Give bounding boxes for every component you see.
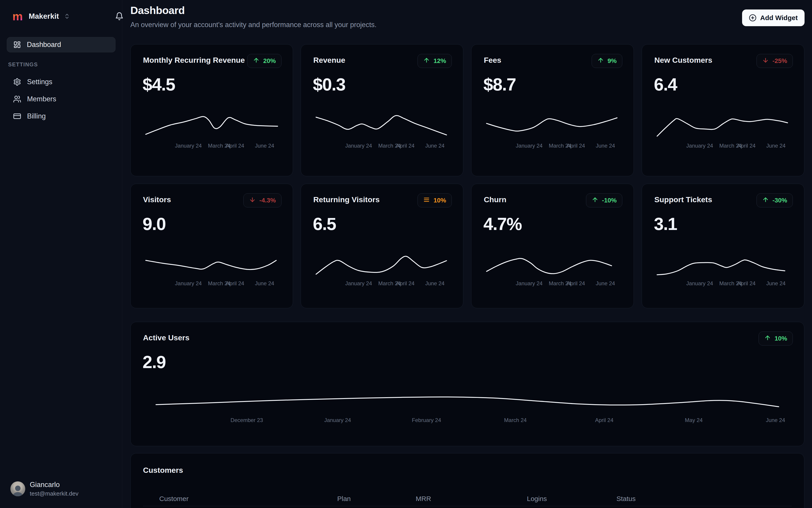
trend-badge: -25% <box>757 54 793 68</box>
axis-label: April 24 <box>737 280 755 287</box>
axis-label: May 24 <box>685 417 703 423</box>
credit-card-icon <box>13 112 21 120</box>
workspace-name: Makerkit <box>29 12 59 20</box>
trend-badge: 12% <box>417 54 452 68</box>
axis-label: January 24 <box>345 143 372 149</box>
add-widget-button[interactable]: Add Widget <box>742 9 805 26</box>
user-profile[interactable]: Giancarlo test@makerkit.dev <box>10 480 115 498</box>
metric-card-fees: Fees 9% $8.7 January 24March 24April 24J… <box>471 44 634 176</box>
trend-badge: 10% <box>417 194 452 207</box>
user-name: Giancarlo <box>30 481 79 489</box>
x-axis-labels: January 24March 24April 24June 24 <box>655 280 792 288</box>
sparkline-chart: January 24March 24April 24June 24 <box>143 249 280 278</box>
metric-card-active-users: Active Users 10% 2.9 December 23January … <box>130 322 804 446</box>
sparkline-chart: January 24March 24April 24June 24 <box>313 249 451 278</box>
axis-label: June 24 <box>596 143 615 149</box>
menu-icon <box>423 196 430 205</box>
card-title: Visitors <box>143 195 171 204</box>
axis-label: January 24 <box>516 280 543 287</box>
chevrons-up-down-icon <box>64 13 70 19</box>
trend-badge: -4.3% <box>243 194 281 207</box>
arrow-down-icon <box>249 196 256 205</box>
axis-label: January 24 <box>686 143 713 149</box>
customers-table-header: Customer Plan MRR Logins Status <box>143 491 792 506</box>
arrow-up-icon <box>423 57 430 65</box>
axis-label: January 24 <box>686 280 713 287</box>
card-title: New Customers <box>655 56 712 65</box>
page-subtitle: An overview of your account's activity a… <box>130 21 376 29</box>
column-header-plan: Plan <box>337 495 416 503</box>
x-axis-labels: January 24March 24April 24June 24 <box>655 143 792 150</box>
customers-card: Customers Customer Plan MRR Logins Statu… <box>130 453 804 508</box>
x-axis-labels: December 23January 24February 24March 24… <box>143 417 792 424</box>
sidebar-item-label: Dashboard <box>27 41 61 49</box>
x-axis-labels: January 24March 24April 24June 24 <box>313 143 451 150</box>
column-header-customer: Customer <box>159 495 337 503</box>
metric-value: 6.5 <box>313 214 336 234</box>
metric-value: 6.4 <box>654 74 677 95</box>
arrow-up-icon <box>597 57 604 65</box>
sparkline-chart: January 24March 24April 24June 24 <box>484 249 621 278</box>
sparkline-chart: January 24March 24April 24June 24 <box>484 109 621 140</box>
metric-card-revenue: Revenue 12% $0.3 January 24March 24April… <box>301 44 463 176</box>
arrow-up-icon <box>762 196 769 205</box>
sidebar-item-dashboard[interactable]: Dashboard <box>7 37 116 52</box>
card-title: Active Users <box>143 333 189 342</box>
sidebar: m Makerkit Dashboard SETTINGS Settings <box>0 0 122 508</box>
axis-label: April 24 <box>396 280 414 287</box>
page-title: Dashboard <box>130 4 185 16</box>
axis-label: June 24 <box>255 280 274 287</box>
sparkline-chart: January 24March 24April 24June 24 <box>143 109 280 140</box>
metric-value: 4.7% <box>483 214 522 234</box>
metric-value: 2.9 <box>142 352 166 372</box>
axis-label: December 23 <box>230 417 263 423</box>
trend-badge: -10% <box>586 194 622 207</box>
axis-label: June 24 <box>766 417 785 423</box>
sidebar-item-label: Settings <box>27 78 52 86</box>
sidebar-item-billing[interactable]: Billing <box>7 110 116 123</box>
layout-dashboard-icon <box>13 41 21 48</box>
axis-label: January 24 <box>324 417 351 423</box>
axis-label: April 24 <box>226 280 244 287</box>
makerkit-logo-icon: m <box>12 10 23 22</box>
sparkline-chart: January 24March 24April 24June 24 <box>313 109 451 140</box>
axis-label: April 24 <box>595 417 613 423</box>
gear-icon <box>13 78 21 86</box>
axis-label: April 24 <box>567 280 585 287</box>
x-axis-labels: January 24March 24April 24June 24 <box>143 143 280 150</box>
axis-label: June 24 <box>596 280 615 287</box>
axis-label: June 24 <box>425 280 444 287</box>
card-title: Fees <box>484 56 501 65</box>
workspace-selector[interactable]: m Makerkit <box>12 9 113 24</box>
metric-card-new-customers: New Customers -25% 6.4 January 24March 2… <box>642 44 804 176</box>
x-axis-labels: January 24March 24April 24June 24 <box>484 280 621 288</box>
sidebar-item-members[interactable]: Members <box>7 92 116 105</box>
x-axis-labels: January 24March 24April 24June 24 <box>313 280 451 288</box>
metric-value: $0.3 <box>313 74 345 95</box>
sidebar-section-settings: SETTINGS <box>8 61 38 68</box>
arrow-up-icon <box>592 196 598 205</box>
sidebar-item-settings[interactable]: Settings <box>7 75 116 88</box>
metric-value: 3.1 <box>654 214 677 234</box>
trend-badge: -30% <box>757 194 793 207</box>
metric-value: $4.5 <box>142 74 175 95</box>
axis-label: June 24 <box>766 280 785 287</box>
card-title: Monthly Recurring Revenue <box>143 56 245 65</box>
trend-badge: 20% <box>247 54 281 68</box>
user-email: test@makerkit.dev <box>30 490 79 497</box>
axis-label: January 24 <box>175 280 202 287</box>
notifications-bell-icon[interactable] <box>115 9 124 24</box>
arrow-up-icon <box>253 57 260 65</box>
metric-card-visitors: Visitors -4.3% 9.0 January 24March 24Apr… <box>130 184 293 308</box>
axis-label: June 24 <box>766 143 785 149</box>
sparkline-chart: December 23January 24February 24March 24… <box>143 380 792 414</box>
arrow-up-icon <box>764 334 771 343</box>
column-header-logins: Logins <box>527 495 617 503</box>
card-title: Returning Visitors <box>313 195 379 204</box>
metric-card-support-tickets: Support Tickets -30% 3.1 January 24March… <box>642 184 804 308</box>
metric-card-churn: Churn -10% 4.7% January 24March 24April … <box>471 184 634 308</box>
dashboard-app: m Makerkit Dashboard SETTINGS Settings <box>0 0 812 508</box>
metric-card-monthly-recurring-revenue: Monthly Recurring Revenue 20% $4.5 Janua… <box>130 44 293 176</box>
avatar <box>10 481 25 496</box>
card-title: Support Tickets <box>655 195 712 204</box>
